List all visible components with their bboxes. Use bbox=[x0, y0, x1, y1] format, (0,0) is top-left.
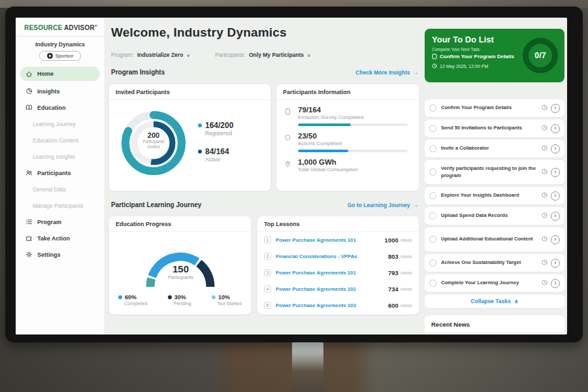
checkbox[interactable] bbox=[429, 212, 436, 220]
todo-progress-ring: 0/7 bbox=[523, 38, 558, 73]
task-explore-insights[interactable]: Explore Your Insights Dashboard › bbox=[425, 187, 564, 204]
actions-progressbar bbox=[298, 150, 408, 152]
task-send-invitations[interactable]: Send 50 Invitations to Participants › bbox=[425, 120, 564, 137]
card-title: Top Lessons bbox=[257, 216, 419, 232]
divider bbox=[16, 36, 105, 37]
survey-icon bbox=[284, 106, 293, 126]
sidebar-item-general-data[interactable]: General Data bbox=[16, 181, 105, 197]
lesson-link[interactable]: Power Purchase Agreements 102 bbox=[276, 286, 388, 292]
chevron-right-button[interactable]: › bbox=[551, 212, 560, 221]
lesson-rank: 4 bbox=[264, 286, 271, 293]
main-content: Welcome, Industry Dynamics Program: Indu… bbox=[105, 18, 423, 335]
checkbox[interactable] bbox=[429, 145, 436, 152]
lesson-link[interactable]: Power Purchase Agreements 101 bbox=[276, 237, 385, 243]
sidebar-item-education-content[interactable]: Education Content bbox=[16, 132, 105, 148]
participants-information-card: Participants Information 79/164 Emission… bbox=[276, 84, 419, 191]
section-title: Participant Learning Journey bbox=[111, 201, 201, 208]
task-achieve-target[interactable]: Achieve One Sustainability Target › bbox=[425, 254, 564, 272]
legend-dot bbox=[198, 150, 202, 154]
chevron-right-button[interactable]: › bbox=[551, 235, 560, 244]
brand-logo: RESOURCE ADVISOR+ bbox=[16, 18, 105, 36]
sidebar-item-home[interactable]: Home bbox=[20, 67, 100, 81]
lesson-link[interactable]: Power Purchase Agreements 103 bbox=[276, 302, 388, 308]
task-confirm-program[interactable]: Confirm Your Program Details › bbox=[425, 99, 564, 117]
task-verify-participants[interactable]: Verify participants requesting to join t… bbox=[425, 160, 564, 184]
checkbox[interactable] bbox=[429, 280, 436, 287]
sponsor-badge[interactable]: Sponsor bbox=[39, 51, 81, 61]
sponsor-label: Sponsor bbox=[56, 53, 74, 59]
checkbox[interactable] bbox=[429, 259, 436, 267]
clock-icon bbox=[542, 212, 547, 220]
section-title: Program Insights bbox=[111, 69, 165, 76]
card-title: Education Progress bbox=[109, 216, 251, 232]
task-complete-learning-journey[interactable]: Complete Your Learning Journey › bbox=[425, 274, 564, 292]
sidebar-item-education[interactable]: Education bbox=[16, 99, 105, 116]
chevron-right-button[interactable]: › bbox=[551, 259, 560, 268]
card-title: Invited Participants bbox=[109, 84, 270, 100]
sidebar-item-take-action[interactable]: Take Action bbox=[16, 230, 105, 246]
donut-center-label: 200 Participants Invited bbox=[135, 131, 172, 150]
program-insights-header: Program Insights Check More Insights → bbox=[111, 69, 418, 76]
chevron-right-button[interactable]: › bbox=[551, 168, 560, 177]
chevron-up-icon: ∧ bbox=[514, 298, 519, 304]
checkbox[interactable] bbox=[429, 125, 436, 132]
sidebar-item-learning-insights[interactable]: Learning Insights bbox=[16, 148, 105, 165]
sidebar: RESOURCE ADVISOR+ Industry Dynamics Spon… bbox=[16, 18, 105, 335]
recent-news-title: Recent News bbox=[425, 316, 564, 333]
lesson-row: 4 Power Purchase Agreements 102 734 view… bbox=[257, 281, 419, 297]
stat-row: 79/164 Emission Survey Completed bbox=[276, 100, 419, 126]
brand-secondary: ADVISOR bbox=[64, 24, 95, 31]
gear-icon bbox=[25, 251, 33, 259]
clock-icon bbox=[542, 236, 547, 243]
sidebar-item-participants[interactable]: Participants bbox=[16, 165, 105, 181]
sidebar-item-program[interactable]: Program bbox=[16, 214, 105, 230]
todo-datetime: 12 May 2025, 12:00 PM bbox=[432, 63, 488, 69]
checkbox[interactable] bbox=[429, 192, 436, 199]
checkbox[interactable] bbox=[429, 236, 436, 243]
learning-journey-header: Participant Learning Journey Go to Learn… bbox=[111, 201, 418, 208]
clock-icon bbox=[542, 259, 547, 267]
sidebar-item-learning-journey[interactable]: Learning Journey bbox=[16, 116, 105, 132]
legend-dot bbox=[118, 295, 122, 299]
clock-icon bbox=[542, 125, 547, 132]
legend-completed: 60% Completed bbox=[118, 294, 147, 306]
task-upload-educational-content[interactable]: Upload Additional Educational Content › bbox=[425, 227, 564, 252]
recent-news-card: Recent News bbox=[425, 316, 564, 335]
participants-filter[interactable]: Participants: Only My Participants ∨ bbox=[215, 52, 311, 58]
clock-icon bbox=[542, 145, 547, 152]
task-upload-spend-data[interactable]: Upload Spend Data Records › bbox=[425, 207, 564, 225]
lesson-link[interactable]: Power Purchase Agreements 101 bbox=[276, 270, 388, 276]
sponsor-icon bbox=[47, 53, 53, 59]
lesson-row: 3 Power Purchase Agreements 101 793 view… bbox=[257, 265, 419, 281]
filters-row: Program: Industrialize Zero ∨ Participan… bbox=[111, 52, 311, 58]
program-filter[interactable]: Program: Industrialize Zero ∨ bbox=[111, 52, 190, 58]
puzzle-icon bbox=[25, 235, 33, 242]
todo-subtitle: Complete Your Next Task: bbox=[432, 47, 481, 52]
go-to-learning-journey-link[interactable]: Go to Learning Journey → bbox=[348, 202, 418, 208]
lesson-row: 5 Power Purchase Agreements 103 600 view… bbox=[257, 297, 419, 314]
chevron-right-button[interactable]: › bbox=[551, 104, 560, 113]
chevron-right-button[interactable]: › bbox=[551, 124, 560, 133]
sidebar-item-manage-participants[interactable]: Manage Participants bbox=[16, 197, 105, 214]
document-icon bbox=[432, 54, 437, 59]
legend-dot bbox=[198, 123, 202, 127]
home-icon bbox=[25, 70, 33, 78]
checkbox[interactable] bbox=[429, 105, 436, 112]
sidebar-item-settings[interactable]: Settings bbox=[16, 246, 105, 263]
lesson-link[interactable]: Financial Considerations - VPPAs bbox=[276, 253, 388, 259]
book-icon bbox=[25, 104, 33, 112]
checkbox[interactable] bbox=[429, 169, 436, 176]
task-invite-collaborator[interactable]: Invite a Collaborator › bbox=[425, 140, 564, 157]
education-progress-card: Education Progress 150 Participants 60% … bbox=[108, 216, 252, 315]
consumption-pin-icon bbox=[284, 158, 293, 172]
lesson-row: 2 Financial Considerations - VPPAs 803 v… bbox=[257, 248, 419, 265]
todo-next-task: Confirm Your Program Details bbox=[432, 54, 514, 59]
chevron-right-button[interactable]: › bbox=[551, 144, 560, 154]
gauge-legend: 60% Completed 30% Pending 10% bbox=[109, 294, 251, 306]
check-more-insights-link[interactable]: Check More Insights → bbox=[355, 69, 418, 76]
chevron-right-button[interactable]: › bbox=[551, 191, 560, 201]
collapse-tasks-button[interactable]: Collapse Tasks ∧ bbox=[425, 295, 564, 308]
sidebar-item-insights[interactable]: Insights bbox=[16, 83, 105, 99]
chevron-right-button[interactable]: › bbox=[551, 279, 560, 288]
lesson-rank: 1 bbox=[264, 237, 271, 244]
